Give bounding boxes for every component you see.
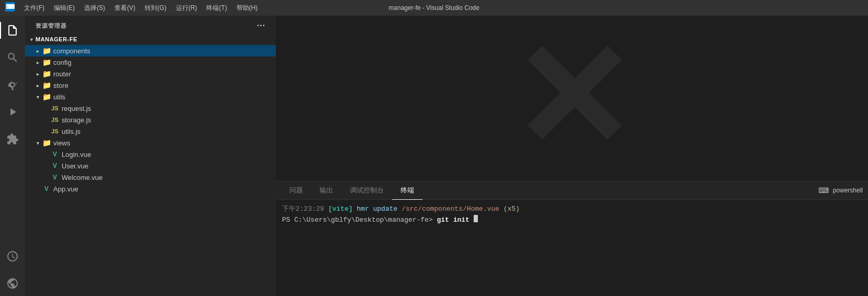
file-tree: ▾ MANAGER-FE ▸ 📁 components ▸ 📁 config ▸… [25,33,276,296]
search-activity-icon[interactable] [0,45,25,70]
tab-debug-console[interactable]: 调试控制台 [342,181,392,200]
terminal-right-panel: ⌨ powershell [818,186,863,195]
menu-edit[interactable]: 编辑(E) [50,0,79,16]
tab-problems[interactable]: 问题 [281,181,311,200]
views-arrow-icon: ▾ [33,139,42,147]
app-vue-label: App.vue [53,185,78,193]
terminal-shell-label: powershell [833,187,863,194]
login-vue-label: Login.vue [62,151,91,158]
user-vue-icon: V [50,161,60,170]
login-vue-icon: V [50,150,60,159]
term-git-init-cmd: git init [437,215,469,226]
tab-output[interactable]: 输出 [311,181,342,200]
term-time: 下午2:23:29 [282,204,324,215]
tree-item-request-js[interactable]: JS request.js [25,103,276,114]
welcome-vue-icon: V [50,173,60,182]
utils-arrow-icon: ▾ [33,93,42,101]
components-label: components [53,47,90,55]
timeline-activity-icon[interactable] [0,244,25,269]
request-js-icon: JS [50,104,60,113]
tree-root-manager-fe[interactable]: ▾ MANAGER-FE [25,33,276,45]
menu-run[interactable]: 运行(R) [172,0,202,16]
tree-item-user-vue[interactable]: V User.vue [25,160,276,172]
extensions-activity-icon[interactable] [0,127,25,152]
tree-item-utils-js[interactable]: JS utils.js [25,126,276,137]
tree-item-components[interactable]: ▸ 📁 components [25,45,276,56]
router-folder-icon: 📁 [42,69,51,78]
config-arrow-icon: ▸ [33,58,42,66]
tab-terminal[interactable]: 终端 [392,181,423,200]
remote-activity-icon[interactable] [0,271,25,296]
request-js-label: request.js [62,105,91,112]
terminal-line-1: 下午2:23:29 [vite] hmr update /src/compone… [282,204,862,215]
config-folder-icon: 📁 [42,58,51,67]
activity-bar [0,16,25,296]
views-label: views [53,139,71,147]
store-label: store [53,82,68,89]
tree-item-storage-js[interactable]: JS storage.js [25,114,276,126]
term-x5-label: (x5) [503,204,520,215]
terminal-panel: 问题 输出 调试控制台 终端 ⌨ powershell 下午2:23:29 [v… [276,181,868,296]
menu-select[interactable]: 选择(S) [80,0,109,16]
sidebar-header: 资源管理器 ··· [25,16,276,33]
menu-goto[interactable]: 转到(G) [140,0,170,16]
utils-js-icon: JS [50,127,60,136]
editor-area: ✕ 问题 输出 调试控制台 终端 ⌨ powershell 下午2:23:29 … [276,16,868,296]
tree-item-config[interactable]: ▸ 📁 config [25,56,276,68]
router-arrow-icon: ▸ [33,70,42,78]
menu-help[interactable]: 帮助(H) [232,0,262,16]
tree-item-welcome-vue[interactable]: V Welcome.vue [25,172,276,183]
tree-item-app-vue[interactable]: ▸ V App.vue [25,183,276,195]
storage-js-label: storage.js [62,116,91,124]
tree-item-views[interactable]: ▾ 📁 views [25,137,276,149]
tree-item-login-vue[interactable]: V Login.vue [25,149,276,160]
editor-watermark: ✕ [276,16,868,181]
term-ps-prompt: PS C:\Users\gblfy\Desktop\manager-fe> [282,215,433,226]
utils-label: utils [53,93,65,101]
sidebar-more-button[interactable]: ··· [257,21,265,30]
term-hmr-label: hmr update [357,204,397,215]
terminal-line-2: PS C:\Users\gblfy\Desktop\manager-fe> gi… [282,215,862,226]
root-label: MANAGER-FE [36,36,77,42]
vscode-watermark-x: ✕ [511,16,634,181]
terminal-content[interactable]: 下午2:23:29 [vite] hmr update /src/compone… [276,200,868,296]
menu-terminal[interactable]: 终端(T) [202,0,231,16]
app-vue-icon: V [42,184,51,193]
svg-text:⌨: ⌨ [6,3,15,10]
explorer-activity-icon[interactable] [0,18,25,43]
user-vue-label: User.vue [62,162,88,170]
run-activity-icon[interactable] [0,99,25,124]
utils-folder-icon: 📁 [42,92,51,101]
welcome-vue-label: Welcome.vue [62,174,103,181]
menu-file[interactable]: 文件(F) [20,0,49,16]
storage-js-icon: JS [50,115,60,124]
term-vite-bracket: [vite] [328,204,353,215]
root-arrow-icon: ▾ [27,35,36,43]
utils-js-label: utils.js [62,128,80,135]
components-folder-icon: 📁 [42,46,51,55]
tree-item-router[interactable]: ▸ 📁 router [25,68,276,79]
terminal-cursor [474,215,478,222]
term-file-path: /src/components/Home.vue [402,204,499,215]
terminal-tabs-bar: 问题 输出 调试控制台 终端 ⌨ powershell [276,181,868,200]
tree-item-store[interactable]: ▸ 📁 store [25,79,276,91]
sidebar-title: 资源管理器 [36,22,66,30]
main-layout: 资源管理器 ··· ▾ MANAGER-FE ▸ 📁 components ▸ … [0,16,868,296]
views-folder-icon: 📁 [42,138,51,147]
terminal-shell-icon: ⌨ [818,186,829,195]
titlebar: ⌨ 文件(F) 编辑(E) 选择(S) 查看(V) 转到(G) 运行(R) 终端… [0,0,868,16]
config-label: config [53,59,72,66]
menu-view[interactable]: 查看(V) [110,0,139,16]
router-label: router [53,70,71,78]
components-arrow-icon: ▸ [33,47,42,55]
sidebar: 资源管理器 ··· ▾ MANAGER-FE ▸ 📁 components ▸ … [25,16,276,296]
source-control-activity-icon[interactable] [0,72,25,97]
store-arrow-icon: ▸ [33,81,42,89]
vscode-logo-icon: ⌨ [5,2,15,14]
tree-item-utils[interactable]: ▾ 📁 utils [25,91,276,103]
window-title: manager-fe - Visual Studio Code [389,4,479,12]
store-folder-icon: 📁 [42,81,51,90]
